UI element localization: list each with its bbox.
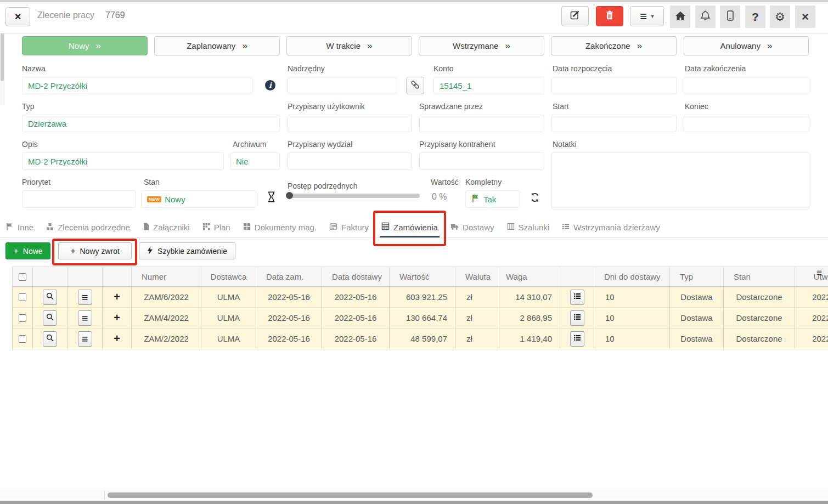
row-menu-button[interactable]: ≡: [78, 290, 92, 305]
horizontal-scrollbar-thumb[interactable]: [108, 492, 593, 498]
header-dni-do-dostawy[interactable]: Dni do dostawy: [594, 267, 670, 287]
row-positions-button[interactable]: [570, 310, 584, 326]
kompletny-field[interactable]: Tak: [465, 190, 520, 208]
workflow-button-zaplanowany[interactable]: Zaplanowany »: [154, 36, 280, 55]
tab-wstrzymania-dzierzawy[interactable]: Wstrzymania dzierżawy: [560, 218, 662, 237]
header-numer[interactable]: Numer: [132, 267, 201, 287]
edit-button[interactable]: [561, 6, 589, 26]
refresh-icon[interactable]: [530, 192, 540, 205]
row-search-button[interactable]: [43, 290, 57, 305]
table-row[interactable]: ≡ + ZAM/6/2022 ULMA 2022-05-16 2022-05-1…: [12, 287, 828, 308]
przypisany-wydzial-field[interactable]: [288, 152, 412, 170]
row-expand-button[interactable]: +: [103, 329, 132, 349]
double-chevron-icon: »: [767, 41, 772, 52]
nowe-button[interactable]: + Nowe: [5, 242, 50, 259]
data-rozpoczecia-field[interactable]: [551, 77, 677, 94]
truck-tab-icon: [450, 223, 459, 232]
select-all-cell: [12, 267, 33, 287]
row-checkbox[interactable]: [19, 335, 26, 343]
help-button[interactable]: ?: [745, 5, 765, 28]
data-zakonczenia-field[interactable]: [684, 77, 809, 94]
tab-dostawy[interactable]: Dostawy: [449, 218, 496, 237]
trash-icon: [606, 10, 613, 22]
header-expand-col: [103, 267, 132, 287]
header-data-dostawy[interactable]: Data dostawy: [322, 267, 390, 287]
workflow-button-w-trakcie[interactable]: W trakcie »: [286, 36, 412, 55]
left-scrollbar-thumb[interactable]: [1, 33, 4, 81]
close-record-button[interactable]: ×: [5, 7, 30, 26]
mobile-button[interactable]: [720, 5, 740, 28]
header-stan[interactable]: Stan: [724, 267, 795, 287]
tab-inne[interactable]: Inne: [4, 218, 35, 237]
przypisany-kontrahent-field[interactable]: [419, 152, 544, 170]
sprawdzane-przez-field[interactable]: [419, 115, 544, 132]
delete-button[interactable]: [596, 6, 623, 26]
select-all-checkbox[interactable]: [19, 273, 26, 281]
przypisany-uzytkownik-field[interactable]: [288, 115, 412, 132]
tab-szalunki[interactable]: Szalunki: [505, 218, 551, 237]
szybkie-zamowienie-button[interactable]: Szybkie zamówienie: [139, 242, 235, 259]
row-checkbox[interactable]: [19, 293, 26, 301]
workflow-button-nowy[interactable]: Nowy »: [22, 36, 148, 55]
horizontal-scrollbar[interactable]: [0, 490, 828, 500]
opis-field[interactable]: MD-2 Przyczółki: [22, 152, 224, 170]
settings-button[interactable]: ⚙: [770, 5, 790, 28]
header-typ[interactable]: Typ: [670, 267, 724, 287]
more-menu-button[interactable]: ≡ ▾: [630, 6, 664, 26]
row-menu-button[interactable]: ≡: [78, 310, 92, 326]
row-expand-button[interactable]: +: [103, 287, 132, 308]
konto-field[interactable]: 15145_1: [433, 77, 544, 94]
tab-zlecenia-podrzedne[interactable]: Zlecenia podrzędne: [44, 218, 132, 237]
field-label-koniec: Koniec: [685, 102, 708, 111]
header-wartosc[interactable]: Wartość: [390, 267, 455, 287]
header-waga[interactable]: Waga: [499, 267, 560, 287]
workflow-button-wstrzymane[interactable]: Wstrzymane »: [419, 36, 544, 55]
left-vertical-scrollbar[interactable]: [0, 32, 4, 105]
info-icon[interactable]: i: [265, 80, 275, 90]
postep-slider-track[interactable]: [288, 194, 420, 198]
start-field[interactable]: [551, 115, 677, 132]
tab-dokumenty-mag[interactable]: Dokumenty mag.: [241, 218, 318, 237]
home-button[interactable]: [670, 5, 690, 28]
workflow-button-zakonczone[interactable]: Zakończone »: [551, 36, 677, 55]
field-label-postep: Postęp podrzędnych: [288, 182, 358, 190]
header-list-col: [560, 267, 594, 287]
notatki-textarea[interactable]: [551, 152, 809, 209]
flag-icon: [471, 194, 480, 205]
row-menu-button[interactable]: ≡: [78, 331, 92, 347]
nadrzedny-field[interactable]: [288, 77, 397, 94]
postep-slider-knob[interactable]: [286, 192, 293, 199]
field-label-konto: Konto: [433, 64, 454, 73]
typ-field[interactable]: Dzierżawa: [22, 115, 280, 132]
koniec-field[interactable]: [684, 115, 809, 132]
row-search-button[interactable]: [43, 310, 57, 326]
close-app-button[interactable]: ×: [795, 5, 815, 28]
header-data-zam[interactable]: Data zam.: [256, 267, 322, 287]
mobile-icon: [727, 10, 734, 23]
row-checkbox[interactable]: [19, 314, 26, 322]
header-dostawca[interactable]: Dostawca: [201, 267, 256, 287]
nazwa-field[interactable]: MD-2 Przyczółki: [22, 77, 252, 94]
table-row[interactable]: ≡ + ZAM/4/2022 ULMA 2022-05-16 2022-05-1…: [12, 308, 828, 329]
row-search-button[interactable]: [43, 331, 57, 347]
stan-field[interactable]: NEW Nowy: [141, 190, 256, 208]
header-waluta[interactable]: Waluta: [455, 267, 499, 287]
row-expand-button[interactable]: +: [103, 308, 132, 329]
tab-zamowienia[interactable]: Zamówienia: [380, 218, 440, 237]
archiwum-field[interactable]: Nie: [230, 152, 280, 170]
tab-zalaczniki[interactable]: Załączniki: [141, 218, 191, 237]
tab-plan[interactable]: Plan: [201, 218, 232, 237]
priorytet-field[interactable]: [22, 190, 136, 208]
table-row[interactable]: ≡ + ZAM/2/2022 ULMA 2022-05-16 2022-05-1…: [12, 329, 828, 349]
link-parent-button[interactable]: [406, 77, 424, 94]
nowy-zwrot-button[interactable]: + Nowy zwrot: [58, 242, 132, 259]
cell-wartosc: 130 664,74: [390, 308, 455, 329]
workflow-button-anulowany[interactable]: Anulowany »: [684, 36, 809, 55]
row-positions-button[interactable]: [570, 331, 584, 347]
notifications-button[interactable]: [695, 5, 716, 28]
header-utworzono[interactable]: Utworzono: [795, 267, 828, 287]
tab-faktury[interactable]: Faktury: [328, 218, 370, 237]
column-settings-icon[interactable]: ≡: [816, 268, 822, 278]
row-positions-button[interactable]: [570, 290, 584, 305]
grid-tab-icon: [202, 223, 210, 232]
